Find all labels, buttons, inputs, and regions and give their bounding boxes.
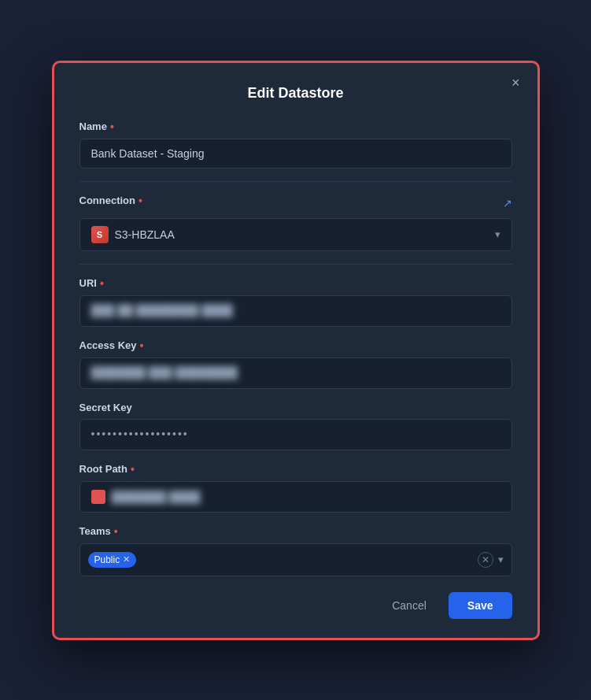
tag-label: Public xyxy=(94,554,120,565)
root-path-icon xyxy=(91,490,105,504)
connection-value: S3-HBZLAA xyxy=(115,228,175,241)
connection-required-star: • xyxy=(139,194,142,207)
name-required-star: • xyxy=(110,120,114,133)
uri-input[interactable]: ███ ██ ████████ ████ xyxy=(79,295,512,327)
name-field-group: Name • xyxy=(79,120,512,169)
uri-required-star: • xyxy=(100,277,104,290)
separator-1 xyxy=(79,181,512,182)
modal-title: Edit Datastore xyxy=(79,85,512,102)
save-button[interactable]: Save xyxy=(449,592,512,619)
access-key-input[interactable]: ███████ ███ ████████ xyxy=(79,357,512,389)
access-key-label: Access Key • xyxy=(79,339,512,352)
uri-label: URI • xyxy=(79,277,512,290)
connection-label: Connection • xyxy=(79,194,142,207)
external-link-icon[interactable]: ↗ xyxy=(503,197,512,209)
root-path-label: Root Path • xyxy=(79,463,512,476)
chevron-down-icon: ▾ xyxy=(495,228,501,240)
secret-key-label: Secret Key xyxy=(79,402,512,413)
access-key-required-star: • xyxy=(140,339,144,352)
teams-chevron-icon[interactable]: ▾ xyxy=(498,554,504,565)
teams-input[interactable]: Public ✕ ✕ ▾ xyxy=(79,543,512,576)
secret-key-field-group: Secret Key •••••••••••••••••• xyxy=(79,402,512,450)
clear-icon[interactable]: ✕ xyxy=(478,552,493,568)
s3-icon: S xyxy=(91,226,109,243)
root-path-required-star: • xyxy=(131,463,135,476)
modal-footer: Cancel Save xyxy=(79,592,512,619)
root-path-field-group: Root Path • ███████ ████ xyxy=(79,463,512,513)
access-key-blurred-value: ███████ ███ ████████ xyxy=(91,366,238,379)
root-path-input[interactable]: ███████ ████ xyxy=(79,481,512,513)
tag-remove-button[interactable]: ✕ xyxy=(123,555,130,564)
connection-field-group: Connection • ↗ S S3-HBZLAA ▾ xyxy=(79,194,512,251)
access-key-field-group: Access Key • ███████ ███ ████████ xyxy=(79,339,512,389)
uri-blurred-value: ███ ██ ████████ ████ xyxy=(91,304,233,317)
teams-required-star: • xyxy=(114,525,118,538)
secret-key-input[interactable]: •••••••••••••••••• xyxy=(79,419,512,450)
public-tag[interactable]: Public ✕ xyxy=(88,552,137,568)
secret-key-dots: •••••••••••••••••• xyxy=(91,428,189,440)
cancel-button[interactable]: Cancel xyxy=(382,593,436,618)
root-path-blurred-value: ███████ ████ xyxy=(112,491,201,503)
teams-field-group: Teams • Public ✕ ✕ ▾ xyxy=(79,525,512,576)
name-input[interactable] xyxy=(79,139,512,169)
edit-datastore-modal: × Edit Datastore Name • Connection • ↗ xyxy=(52,61,540,640)
teams-label: Teams • xyxy=(79,525,512,538)
uri-field-group: URI • ███ ██ ████████ ████ xyxy=(79,277,512,327)
name-label: Name • xyxy=(79,120,512,133)
separator-2 xyxy=(79,264,512,265)
teams-tags: Public ✕ xyxy=(88,552,137,568)
connection-select[interactable]: S S3-HBZLAA ▾ xyxy=(79,218,512,251)
close-button[interactable]: × xyxy=(507,74,525,91)
